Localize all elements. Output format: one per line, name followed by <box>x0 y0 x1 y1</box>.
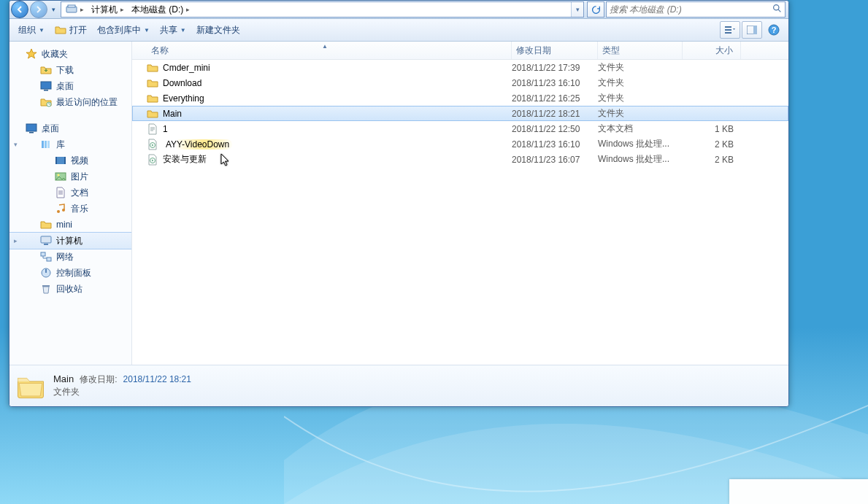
nav-computer[interactable]: ▸ 计算机 <box>9 232 131 249</box>
nav-label: 收藏夹 <box>42 48 68 61</box>
search-placeholder: 搜索 本地磁盘 (D:) <box>610 4 682 16</box>
file-type: Windows 批处理... <box>598 138 683 150</box>
address-dropdown[interactable]: ▾ <box>571 2 583 17</box>
organize-button[interactable]: 组织▼ <box>14 23 49 38</box>
control-panel-icon <box>40 267 52 279</box>
nav-history-dropdown[interactable]: ▾ <box>49 1 58 18</box>
address-root-icon: ▸ <box>63 3 87 16</box>
svg-rect-27 <box>41 236 51 243</box>
svg-rect-6 <box>725 32 731 34</box>
file-row[interactable]: 安装与更新2018/11/23 16:07Windows 批处理...2 KB <box>132 152 788 167</box>
svg-point-24 <box>58 174 60 177</box>
column-type[interactable]: 类型 <box>598 42 683 59</box>
file-type: 文件夹 <box>598 107 683 120</box>
nav-mini[interactable]: mini <box>9 217 131 233</box>
file-date: 2018/11/22 18:21 <box>512 109 598 119</box>
svg-rect-22 <box>64 157 66 164</box>
file-type: 文件夹 <box>598 77 683 89</box>
file-size: 2 KB <box>683 139 741 150</box>
share-button[interactable]: 共享▼ <box>155 23 191 38</box>
view-options-button[interactable] <box>720 21 740 39</box>
recent-icon <box>40 96 52 108</box>
address-segment-computer[interactable]: 计算机 ▸ <box>88 3 127 16</box>
address-segment-drive[interactable]: 本地磁盘 (D:) ▸ <box>128 3 193 16</box>
nav-pictures[interactable]: 图片 <box>9 168 131 185</box>
nav-desktop-fav[interactable]: 桌面 <box>9 78 131 94</box>
svg-rect-17 <box>42 141 44 148</box>
nav-libraries[interactable]: ▾ 库 <box>9 136 131 152</box>
file-name: Everything <box>163 93 204 104</box>
file-name: AYY-VideoDown <box>163 139 232 150</box>
nav-control-panel[interactable]: 控制面板 <box>9 265 131 281</box>
svg-rect-19 <box>47 141 50 148</box>
computer-icon <box>40 235 52 247</box>
file-type: 文件夹 <box>598 92 683 104</box>
address-segment-label: 本地磁盘 (D:) <box>131 4 183 16</box>
file-row[interactable]: AYY-VideoDown2018/11/23 16:10Windows 批处理… <box>132 136 788 152</box>
nav-network[interactable]: 网络 <box>9 249 131 265</box>
include-in-library-button[interactable]: 包含到库中▼ <box>93 23 154 38</box>
library-icon <box>40 139 52 150</box>
column-name[interactable]: 名称 <box>147 42 512 59</box>
preview-pane-button[interactable] <box>742 21 762 39</box>
details-type: 文件夹 <box>53 386 191 398</box>
explorer-window: ▾ ▸ 计算机 ▸ 本地磁盘 (D:) ▸ ▾ 搜索 本地磁盘 (D:) <box>9 0 789 407</box>
svg-point-2 <box>774 5 779 10</box>
nav-music[interactable]: 音乐 <box>9 201 131 217</box>
details-pane: Main 修改日期: 2018/11/22 18:21 文件夹 <box>9 365 788 406</box>
address-segment-label: 计算机 <box>91 4 118 16</box>
file-date: 2018/11/22 12:50 <box>512 124 598 134</box>
collapse-icon[interactable]: ▾ <box>14 141 18 148</box>
file-rows: Cmder_mini2018/11/22 17:39文件夹Download201… <box>132 60 788 365</box>
sort-indicator-icon: ▲ <box>322 43 328 50</box>
recycle-icon <box>40 283 52 295</box>
file-row[interactable]: Main2018/11/22 18:21文件夹 <box>132 106 788 121</box>
file-row[interactable]: Everything2018/11/22 16:25文件夹 <box>132 90 788 106</box>
svg-rect-33 <box>42 285 50 287</box>
back-button[interactable] <box>11 1 28 18</box>
svg-rect-18 <box>45 141 47 148</box>
forward-button[interactable] <box>30 1 47 18</box>
details-date: 2018/11/22 18:21 <box>123 374 191 384</box>
nav-videos[interactable]: 视频 <box>9 152 131 168</box>
new-folder-button[interactable]: 新建文件夹 <box>192 23 245 38</box>
details-date-label: 修改日期: <box>80 373 117 386</box>
svg-rect-32 <box>45 269 47 273</box>
svg-rect-8 <box>753 26 757 34</box>
file-date: 2018/11/22 17:39 <box>512 63 598 73</box>
column-date[interactable]: 修改日期 <box>512 42 598 59</box>
details-name: Main <box>53 373 74 384</box>
address-box[interactable]: ▸ 计算机 ▸ 本地磁盘 (D:) ▸ ▾ <box>61 1 584 18</box>
search-input[interactable]: 搜索 本地磁盘 (D:) <box>606 1 786 18</box>
help-button[interactable]: ? <box>764 21 784 39</box>
navigation-pane: 收藏夹 下载 桌面 最近访问的位置 桌面 <box>9 42 132 365</box>
svg-rect-5 <box>725 29 731 31</box>
file-row[interactable]: Cmder_mini2018/11/22 17:39文件夹 <box>132 60 788 75</box>
file-size: 1 KB <box>683 124 741 134</box>
file-date: 2018/11/23 16:10 <box>512 139 598 150</box>
file-name: Cmder_mini <box>163 63 210 73</box>
file-type: 文件夹 <box>598 61 683 74</box>
file-type: Windows 批处理... <box>598 153 683 166</box>
nav-downloads[interactable]: 下载 <box>9 62 131 78</box>
file-name: Download <box>163 78 201 88</box>
svg-text:?: ? <box>772 26 777 34</box>
file-size: 2 KB <box>683 155 741 165</box>
open-button[interactable]: 打开 <box>50 23 91 38</box>
expand-icon[interactable]: ▸ <box>14 237 18 244</box>
svg-point-26 <box>62 209 65 212</box>
file-row[interactable]: 12018/11/22 12:50文本文档1 KB <box>132 121 788 136</box>
file-row[interactable]: Download2018/11/23 16:10文件夹 <box>132 75 788 90</box>
nav-documents[interactable]: 文档 <box>9 185 131 201</box>
nav-recent[interactable]: 最近访问的位置 <box>9 94 131 110</box>
refresh-button[interactable] <box>587 1 604 18</box>
nav-desktop[interactable]: 桌面 <box>9 120 131 136</box>
file-list-pane: ▲ 名称 修改日期 类型 大小 Cmder_mini2018/11/22 17:… <box>132 42 788 365</box>
column-size[interactable]: 大小 <box>683 42 741 59</box>
nav-favorites[interactable]: 收藏夹 <box>9 46 131 62</box>
svg-rect-1 <box>68 5 75 7</box>
svg-rect-12 <box>41 82 51 89</box>
search-icon <box>772 4 782 15</box>
open-folder-icon <box>55 24 66 36</box>
nav-recycle-bin[interactable]: 回收站 <box>9 281 131 297</box>
